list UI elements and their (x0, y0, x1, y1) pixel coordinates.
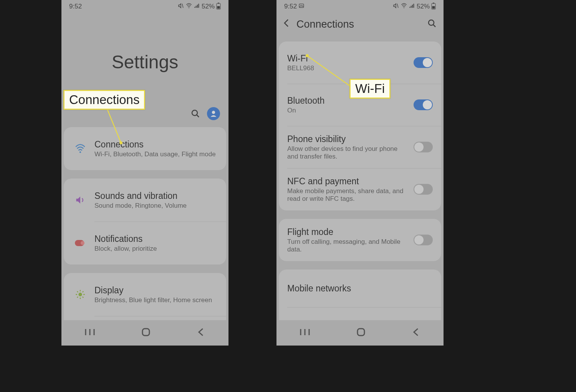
row-connections[interactable]: Connections Wi-Fi, Bluetooth, Data usage… (64, 127, 226, 170)
svg-rect-2 (218, 3, 219, 3)
status-bar: 9:52 52% (61, 0, 228, 13)
search-icon[interactable] (427, 19, 437, 30)
row-sub: Sound mode, Ringtone, Volume (94, 202, 187, 210)
battery-text: 52% (202, 3, 215, 10)
settings-content: Settings Connections Wi-Fi, Bluetooth, D… (61, 13, 228, 320)
recent-apps-button[interactable] (300, 328, 310, 337)
wifi-toggle[interactable] (414, 57, 433, 68)
row-sub: Turn off calling, messaging, and Mobile … (287, 238, 410, 253)
bluetooth-toggle[interactable] (414, 99, 433, 110)
row-title: Bluetooth (287, 96, 410, 106)
status-right: 52% (178, 3, 221, 11)
row-title: Mobile networks (287, 283, 429, 294)
search-icon[interactable] (191, 109, 200, 118)
row-notifications[interactable]: Notifications Block, allow, prioritize (64, 222, 226, 265)
svg-rect-17 (433, 3, 434, 3)
row-display[interactable]: Display Brightness, Blue light filter, H… (64, 273, 226, 316)
card-radio: Wi-Fi BELL968 Bluetooth On Phone visibil… (279, 41, 441, 210)
status-right: 52% (393, 3, 436, 11)
card-mobile: Mobile networks Data usage Mobile Hotspo… (279, 270, 441, 320)
row-sub: Make mobile payments, share data, and re… (287, 187, 410, 203)
svg-point-9 (78, 293, 82, 296)
page-title: Connections (296, 18, 420, 30)
row-title: Wi-Fi (287, 53, 410, 64)
screenshot-icon (299, 3, 304, 10)
signal-icon (409, 3, 415, 11)
signal-icon (194, 3, 200, 11)
svg-point-4 (192, 110, 197, 116)
row-data-usage[interactable]: Data usage (279, 307, 441, 320)
nav-bar (276, 320, 444, 346)
svg-rect-11 (142, 329, 149, 336)
row-title: Connections (94, 139, 216, 150)
svg-point-0 (189, 7, 189, 8)
row-sub: Block, allow, prioritize (94, 245, 157, 253)
wifi-icon (185, 3, 192, 11)
back-icon[interactable] (283, 19, 290, 30)
svg-point-19 (429, 20, 434, 25)
row-phone-visibility[interactable]: Phone visibility Allow other devices to … (279, 126, 441, 168)
flight-toggle[interactable] (414, 235, 433, 245)
mute-icon (393, 3, 399, 11)
visibility-toggle[interactable] (414, 142, 433, 152)
svg-rect-18 (432, 6, 435, 9)
sound-icon (71, 195, 89, 205)
home-button[interactable] (356, 327, 366, 338)
row-wallpapers[interactable]: Wallpapers and themes Wallpapers, Themes… (64, 316, 226, 320)
row-title: NFC and payment (287, 176, 410, 187)
top-bar: Connections (276, 13, 444, 35)
svg-point-5 (212, 111, 215, 114)
toolbar (61, 107, 228, 125)
row-nfc[interactable]: NFC and payment Make mobile payments, sh… (279, 168, 441, 210)
status-time: 9:52 (284, 3, 304, 10)
row-sub: Wi-Fi, Bluetooth, Data usage, Flight mod… (94, 151, 216, 158)
row-sub: On (287, 107, 410, 114)
svg-point-15 (404, 7, 404, 8)
svg-rect-20 (358, 329, 364, 336)
row-title: Notifications (94, 234, 157, 244)
notification-icon (71, 239, 89, 247)
row-sub: Allow other devices to find your phone a… (287, 145, 410, 160)
recent-apps-button[interactable] (85, 328, 95, 337)
svg-point-6 (79, 151, 81, 153)
row-sub: Brightness, Blue light filter, Home scre… (94, 296, 212, 304)
phone-connections: 9:52 52% Connections (276, 0, 444, 346)
card-sound-notif: Sounds and vibration Sound mode, Rington… (64, 179, 226, 265)
status-bar: 9:52 52% (276, 0, 444, 13)
battery-icon (431, 3, 436, 11)
card-display-wallpaper: Display Brightness, Blue light filter, H… (64, 273, 226, 320)
mute-icon (178, 3, 184, 11)
svg-rect-3 (217, 6, 220, 9)
row-wifi[interactable]: Wi-Fi BELL968 (279, 41, 441, 84)
wifi-icon (71, 143, 89, 154)
svg-point-8 (81, 241, 84, 245)
row-title: Phone visibility (287, 134, 410, 144)
row-bluetooth[interactable]: Bluetooth On (279, 84, 441, 126)
status-time: 9:52 (69, 3, 82, 10)
phone-settings: 9:52 52% Settings (61, 0, 228, 346)
stage: 9:52 52% Settings (0, 0, 576, 392)
profile-avatar[interactable] (207, 107, 220, 120)
battery-text: 52% (417, 3, 430, 10)
wifi-icon (401, 3, 407, 11)
row-sounds[interactable]: Sounds and vibration Sound mode, Rington… (64, 179, 226, 222)
row-sub: BELL968 (287, 65, 410, 72)
home-button[interactable] (141, 327, 151, 338)
row-mobile-networks[interactable]: Mobile networks (279, 270, 441, 307)
row-flight-mode[interactable]: Flight mode Turn off calling, messaging,… (279, 219, 441, 261)
row-title: Sounds and vibration (94, 191, 187, 201)
back-button[interactable] (197, 327, 205, 338)
card-connections: Connections Wi-Fi, Bluetooth, Data usage… (64, 127, 226, 170)
nav-bar (61, 320, 228, 346)
back-button[interactable] (412, 327, 420, 338)
page-title: Settings (61, 51, 228, 73)
brightness-icon (71, 289, 89, 300)
card-flight: Flight mode Turn off calling, messaging,… (279, 219, 441, 261)
battery-icon (216, 3, 221, 11)
nfc-toggle[interactable] (414, 184, 433, 195)
row-title: Flight mode (287, 227, 410, 237)
row-title: Display (94, 285, 212, 296)
connections-content: Connections Wi-Fi BELL968 Bluetooth O (276, 13, 444, 320)
